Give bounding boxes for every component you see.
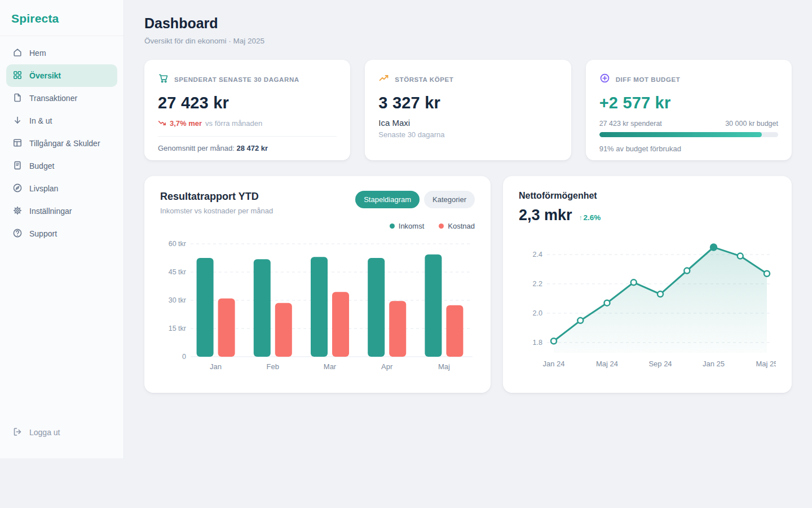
networth-value: 2,3 mkr [519, 207, 572, 224]
largest-purchase-period: Senaste 30 dagarna [378, 130, 557, 139]
sidebar-item-label: Tillgångar & Skulder [29, 139, 100, 148]
budget-footer: 91% av budget förbrukad [599, 144, 778, 153]
bar-chart: 015 tkr30 tkr45 tkr60 tkrJanFebMarAprMaj [160, 237, 475, 376]
svg-text:0: 0 [182, 353, 186, 361]
budget-spent-label: 27 423 kr spenderat [599, 120, 662, 128]
legend-label: Inkomst [399, 222, 425, 230]
svg-text:15 tkr: 15 tkr [169, 325, 186, 332]
svg-text:Apr: Apr [381, 362, 393, 371]
spending-footer-label: Genomsnitt per månad: [158, 144, 236, 152]
svg-text:Maj: Maj [438, 362, 450, 371]
sidebar-item-label: Inställningar [29, 207, 72, 216]
networth-change-value: 2.6% [584, 213, 601, 222]
sidebar-item-label: Support [29, 229, 57, 238]
trending-down-icon [158, 118, 166, 128]
spending-value: 27 423 kr [158, 94, 337, 112]
sidebar-item-budget[interactable]: Budget [6, 155, 117, 177]
svg-text:Feb: Feb [267, 362, 279, 371]
sidebar-item-hem[interactable]: Hem [6, 42, 117, 64]
svg-text:30 tkr: 30 tkr [169, 296, 186, 304]
toggle-kategorier[interactable]: Kategorier [424, 191, 475, 208]
svg-text:Jan 24: Jan 24 [542, 360, 564, 368]
sidebar: Spirecta HemÖversiktTransaktionerIn & ut… [0, 0, 124, 458]
stat-card-spending: SPENDERAT SENASTE 30 DAGARNA 27 423 kr 3… [144, 60, 350, 160]
main-content: Dashboard Översikt för din ekonomi · Maj… [124, 0, 812, 393]
legend-item-kostnad: Kostnad [439, 222, 475, 230]
legend-dot [390, 224, 395, 229]
toggle-stapeldiagram[interactable]: Stapeldiagram [355, 191, 420, 208]
svg-text:Sep 24: Sep 24 [648, 360, 672, 368]
plus-circle-icon [599, 73, 610, 86]
app-root: Spirecta HemÖversiktTransaktionerIn & ut… [0, 0, 812, 508]
sidebar-item-label: Transaktioner [29, 94, 77, 103]
largest-purchase-merchant: Ica Maxi [378, 118, 557, 128]
svg-text:2.2: 2.2 [533, 280, 542, 288]
help-icon [12, 228, 23, 240]
svg-text:45 tkr: 45 tkr [169, 268, 186, 276]
svg-text:2.4: 2.4 [533, 251, 542, 259]
compass-icon [12, 183, 23, 195]
page-subtitle: Översikt för din ekonomi · Maj 2025 [144, 37, 792, 45]
charts-row: Resultatrapport YTD Inkomster vs kostnad… [144, 176, 792, 393]
cart-icon [158, 73, 169, 86]
logout-label: Logga ut [29, 428, 60, 437]
svg-text:Jan 25: Jan 25 [703, 360, 725, 368]
logout-button[interactable]: Logga ut [6, 421, 117, 444]
sidebar-item-label: Översikt [29, 71, 61, 80]
divider [158, 136, 337, 137]
grid-icon [12, 70, 23, 82]
arrow-down-icon [12, 115, 23, 127]
legend-label: Kostnad [448, 222, 475, 230]
svg-text:Mar: Mar [324, 362, 337, 371]
svg-text:Maj 25: Maj 25 [756, 360, 776, 368]
page-title: Dashboard [144, 15, 792, 32]
sidebar-item-in-ut[interactable]: In & ut [6, 110, 117, 132]
sidebar-item-label: Budget [29, 161, 54, 170]
svg-text:Maj 24: Maj 24 [596, 360, 618, 368]
sidebar-item-tillgångar-skulder[interactable]: Tillgångar & Skulder [6, 132, 117, 155]
budget-progress-fill [599, 132, 762, 137]
sidebar-bottom: Logga ut [0, 421, 123, 458]
sidebar-item-inställningar[interactable]: Inställningar [6, 200, 117, 222]
stats-row: SPENDERAT SENASTE 30 DAGARNA 27 423 kr 3… [144, 60, 792, 160]
home-icon [12, 47, 23, 59]
sidebar-item-label: Livsplan [29, 184, 58, 193]
budget-progress-track [599, 132, 778, 137]
sidebar-item-label: Hem [29, 49, 46, 58]
sidebar-item-label: In & ut [29, 116, 52, 125]
svg-text:2.0: 2.0 [533, 309, 542, 317]
spending-change-context: vs förra månaden [205, 119, 262, 128]
svg-text:Jan: Jan [210, 362, 222, 371]
networth-change: ↑2.6% [579, 213, 601, 222]
networth-card: Nettoförmögenhet 2,3 mkr ↑2.6% 1.82.02.2… [503, 176, 792, 393]
budget-diff-label: DIFF MOT BUDGET [616, 76, 681, 83]
layout-icon [12, 138, 23, 150]
chart-toggle-group: Stapeldiagram Kategorier [355, 191, 475, 208]
sidebar-item-livsplan[interactable]: Livsplan [6, 177, 117, 200]
largest-purchase-label: STÖRSTA KÖPET [395, 76, 453, 83]
result-report-card: Resultatrapport YTD Inkomster vs kostnad… [144, 176, 491, 393]
legend-dot [439, 224, 444, 229]
line-chart: 1.82.02.22.4Jan 24Maj 24Sep 24Jan 25Maj … [519, 231, 776, 373]
app-logo: Spirecta [11, 12, 112, 25]
sidebar-item-transaktioner[interactable]: Transaktioner [6, 87, 117, 110]
notebook-icon [12, 160, 23, 172]
networth-title: Nettoförmögenhet [519, 191, 776, 201]
up-arrow-icon: ↑ [579, 214, 582, 222]
sidebar-item-översikt[interactable]: Översikt [6, 64, 117, 87]
budget-total-label: 30 000 kr budget [725, 120, 778, 128]
budget-diff-value: +2 577 kr [599, 94, 778, 112]
logo-wrap: Spirecta [0, 0, 123, 36]
result-report-subtitle: Inkomster vs kostnader per månad [160, 207, 273, 215]
spending-footer: Genomsnitt per månad: 28 472 kr [158, 144, 337, 152]
legend-item-inkomst: Inkomst [390, 222, 425, 230]
sidebar-nav: HemÖversiktTransaktionerIn & utTillgånga… [0, 36, 123, 245]
stat-card-largest-purchase: STÖRSTA KÖPET 3 327 kr Ica Maxi Senaste … [365, 60, 571, 160]
bar-chart-legend: InkomstKostnad [160, 222, 475, 230]
sidebar-item-support[interactable]: Support [6, 222, 117, 245]
spending-footer-value: 28 472 kr [236, 144, 268, 152]
file-icon [12, 93, 23, 104]
gear-icon [12, 205, 23, 217]
largest-purchase-value: 3 327 kr [378, 94, 557, 112]
result-report-title: Resultatrapport YTD [160, 191, 273, 203]
